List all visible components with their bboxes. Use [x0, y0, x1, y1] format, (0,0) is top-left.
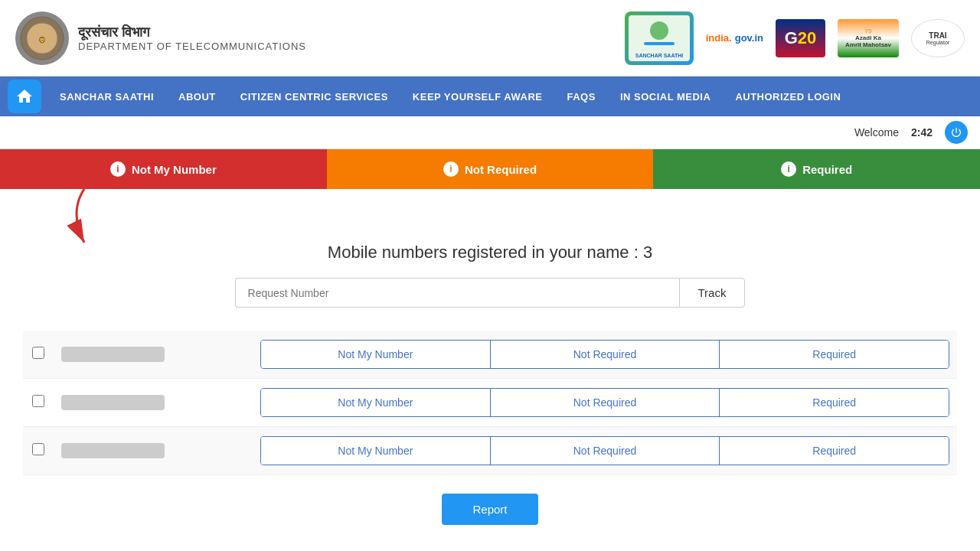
nav-auth-login[interactable]: Authorized Login [724, 85, 851, 109]
info-icon-green: i [781, 161, 796, 177]
legend-bar: i Not My Number i Not Required i Require… [0, 149, 980, 189]
table-row: ██████████ Not My Number Not Required Re… [23, 427, 957, 475]
svg-rect-5 [644, 42, 675, 45]
row-3-checkbox[interactable] [32, 443, 44, 455]
info-icon-orange: i [443, 161, 459, 177]
dept-name: दूरसंचार विभाग DEPARTMENT OF TELECOMMUNI… [78, 24, 306, 52]
logo-section: 🦁 दूरसंचार विभाग DEPARTMENT OF TELECOMMU… [15, 11, 306, 65]
row-2-checkbox-cell [23, 379, 54, 427]
site-header: 🦁 दूरसंचार विभाग DEPARTMENT OF TELECOMMU… [0, 0, 980, 77]
row-2-required[interactable]: Required [720, 389, 949, 416]
main-content: Mobile numbers registered in your name :… [0, 189, 980, 540]
azadi-logo: 75 Azadi Ka Amrit Mahotsav [838, 19, 899, 57]
nav-social-media[interactable]: In Social Media [609, 85, 722, 109]
row-2-number: ██████████ [54, 379, 253, 427]
nav-citizen-centric[interactable]: Citizen Centric Services [230, 85, 399, 109]
page-title: Mobile numbers registered in your name :… [23, 243, 957, 262]
g20-logo: G20 [776, 19, 825, 57]
power-button[interactable] [945, 121, 968, 144]
nav-about[interactable]: About [168, 85, 227, 109]
home-button[interactable] [8, 80, 41, 113]
red-arrow [61, 189, 122, 258]
row-2-actions: Not My Number Not Required Required [253, 379, 957, 427]
header-right-logos: SANCHAR SAATHI india.gov.in G20 75 Azadi… [625, 11, 965, 65]
govt-emblem: 🦁 [15, 11, 69, 65]
row-2-checkbox[interactable] [32, 395, 44, 407]
row-3-actions: Not My Number Not Required Required [253, 427, 957, 475]
row-3-required[interactable]: Required [720, 437, 949, 465]
row-1-number: ██████████ [54, 331, 253, 379]
row-2-action-group: Not My Number Not Required Required [260, 388, 949, 417]
svg-text:🦁: 🦁 [38, 36, 46, 44]
home-icon [15, 87, 34, 106]
nav-menu: Sanchar Saathi About Citizen Centric Ser… [49, 85, 851, 109]
row-2-not-required[interactable]: Not Required [491, 389, 720, 416]
report-section: Report [23, 494, 957, 525]
welcome-bar: Welcome 2:42 [0, 116, 980, 149]
row-3-not-required[interactable]: Not Required [491, 437, 720, 465]
row-3-action-group: Not My Number Not Required Required [260, 436, 949, 465]
nav-faqs[interactable]: FAQs [556, 85, 606, 109]
row-3-number: ██████████ [54, 427, 253, 475]
trai-logo: TRAI Regulator [911, 19, 965, 57]
power-icon [950, 126, 962, 139]
row-1-not-required[interactable]: Not Required [491, 341, 720, 368]
table-row: ██████████ Not My Number Not Required Re… [23, 331, 957, 379]
row-3-not-my-number[interactable]: Not My Number [261, 437, 491, 465]
legend-not-required: i Not Required [327, 149, 654, 189]
info-icon-red: i [110, 161, 126, 177]
row-2-not-my-number[interactable]: Not My Number [261, 389, 491, 416]
time-display: 2:42 [911, 126, 933, 139]
nav-sanchar-saathi[interactable]: Sanchar Saathi [49, 85, 165, 109]
welcome-text: Welcome [854, 126, 899, 139]
row-1-checkbox[interactable] [32, 347, 44, 359]
row-1-not-my-number[interactable]: Not My Number [261, 341, 491, 368]
main-nav: Sanchar Saathi About Citizen Centric Ser… [0, 77, 980, 116]
sanchar-saathi-logo: SANCHAR SAATHI [625, 11, 694, 65]
india-gov-logo: india.gov.in [706, 32, 763, 44]
numbers-table: ██████████ Not My Number Not Required Re… [23, 331, 957, 475]
row-1-required[interactable]: Required [720, 341, 949, 368]
row-3-checkbox-cell [23, 427, 54, 475]
legend-not-my-number: i Not My Number [0, 149, 327, 189]
request-number-input[interactable] [235, 278, 679, 308]
svg-point-4 [650, 21, 668, 40]
search-section: Track [23, 278, 957, 308]
nav-keep-aware[interactable]: Keep Yourself Aware [402, 85, 554, 109]
row-1-actions: Not My Number Not Required Required [253, 331, 957, 379]
track-button[interactable]: Track [679, 278, 746, 308]
arrow-annotation [23, 204, 957, 243]
row-1-checkbox-cell [23, 331, 54, 379]
row-1-action-group: Not My Number Not Required Required [260, 340, 949, 369]
legend-required: i Required [653, 149, 980, 189]
svg-text:SANCHAR SAATHI: SANCHAR SAATHI [635, 53, 683, 58]
table-row: ██████████ Not My Number Not Required Re… [23, 379, 957, 427]
report-button[interactable]: Report [442, 494, 537, 525]
